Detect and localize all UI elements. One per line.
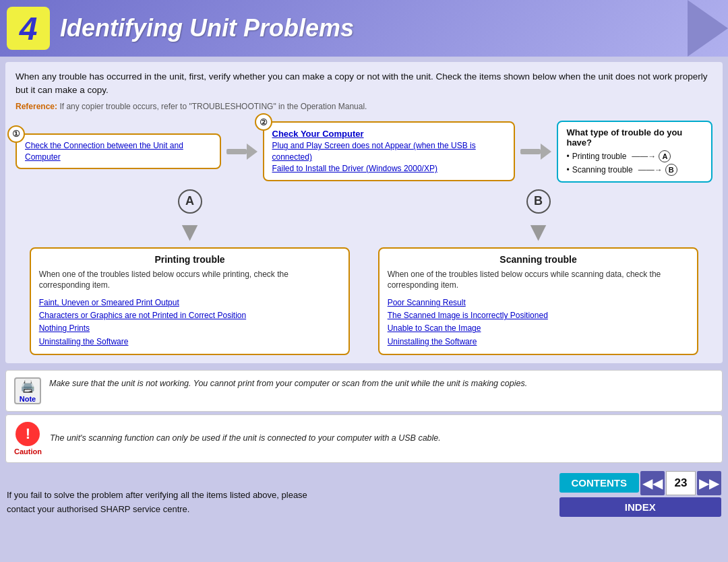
trouble-type-title: What type of trouble do you have? <box>566 127 703 148</box>
printing-link-3[interactable]: Nothing Prints <box>39 322 341 335</box>
note-label: Note <box>20 395 36 403</box>
scanning-link-3[interactable]: Unable to Scan the Image <box>388 322 690 335</box>
step2-number: ② <box>255 113 272 131</box>
header-arrow-decoration <box>688 0 728 57</box>
arrow1 <box>226 144 257 160</box>
letter-b-circle: B <box>526 189 551 214</box>
intro-paragraph: When any trouble has occurred in the uni… <box>16 70 712 98</box>
step1-number: ① <box>7 125 25 143</box>
caution-icon: ! <box>16 422 40 446</box>
scanning-link-2[interactable]: The Scanned Image is Incorrectly Positio… <box>388 309 690 322</box>
step2-link1[interactable]: Plug and Play Screen does not Appear (wh… <box>272 140 506 163</box>
step2-box: ② Check Your Computer Plug and Play Scre… <box>263 121 516 181</box>
page-number: 23 <box>666 471 696 495</box>
letter-a-circle: A <box>178 189 202 214</box>
trouble-type-box: What type of trouble do you have? • Prin… <box>557 121 712 183</box>
circle-a: A <box>659 150 671 162</box>
b-label-row: B <box>526 189 551 216</box>
reference-label: Reference: <box>16 102 57 111</box>
ab-section: A ▼ Printing trouble When one of the tro… <box>16 189 712 355</box>
nav-row-contents: CONTENTS ◀◀ 23 ▶▶ <box>559 471 722 495</box>
printing-label: Printing trouble <box>572 152 627 161</box>
caution-icon-wrapper: ! Caution <box>14 422 42 456</box>
nav-row-index: INDEX <box>559 497 722 517</box>
footer-text: If you fail to solve the problem after v… <box>7 489 307 517</box>
reference-paragraph: Reference: If any copier trouble occurs,… <box>16 102 712 111</box>
nav-next-button[interactable]: ▶▶ <box>697 471 721 495</box>
scanning-section: B ▼ Scanning trouble When one of the tro… <box>364 189 712 355</box>
printing-link-4[interactable]: Uninstalling the Software <box>39 336 341 348</box>
printing-title: Printing trouble <box>39 254 341 265</box>
caution-text: The unit's scanning function can only be… <box>50 432 441 445</box>
scanning-box: Scanning trouble When one of the trouble… <box>378 247 699 355</box>
step2-title-link[interactable]: Check Your Computer <box>272 128 506 140</box>
page-header: 4 Identifying Unit Problems <box>0 0 728 57</box>
main-content: When any trouble has occurred in the uni… <box>5 62 723 363</box>
printing-link-2[interactable]: Characters or Graphics are not Printed i… <box>39 309 341 322</box>
down-arrow-b: ▼ <box>525 218 552 245</box>
contents-button[interactable]: CONTENTS <box>559 473 640 493</box>
scanning-label: Scanning trouble <box>572 165 633 175</box>
step1-box: ① Check the Connection between the Unit … <box>16 133 221 170</box>
scanning-desc: When one of the troubles listed below oc… <box>388 269 690 292</box>
note-text: Make sure that the unit is not working. … <box>49 377 527 390</box>
nav-prev-button[interactable]: ◀◀ <box>640 471 665 495</box>
arrow2 <box>520 144 551 160</box>
printing-section: A ▼ Printing trouble When one of the tro… <box>16 189 364 355</box>
caution-box: ! Caution The unit's scanning function c… <box>5 414 723 463</box>
printing-link-1[interactable]: Faint, Uneven or Smeared Print Output <box>39 296 341 309</box>
note-box: 🖨️ Note Make sure that the unit is not w… <box>5 370 723 412</box>
a-label-row: A <box>178 189 202 216</box>
reference-body: If any copier trouble occurs, refer to "… <box>59 102 367 111</box>
page-footer: If you fail to solve the problem after v… <box>0 466 728 521</box>
bullet2: • <box>566 165 569 175</box>
footer-navigation: CONTENTS ◀◀ 23 ▶▶ INDEX <box>559 471 722 517</box>
flow-diagram: ① Check the Connection between the Unit … <box>16 121 712 183</box>
step1-link[interactable]: Check the Connection between the Unit an… <box>25 140 212 163</box>
printing-desc: When one of the troubles listed below oc… <box>39 269 341 292</box>
note-icon-wrapper: 🖨️ Note <box>14 377 41 404</box>
bullet1: • <box>566 152 569 161</box>
scanning-link-1[interactable]: Poor Scanning Result <box>388 296 690 309</box>
page-title: Identifying Unit Problems <box>60 14 354 42</box>
circle-b: B <box>665 164 677 176</box>
scanning-link-4[interactable]: Uninstalling the Software <box>388 336 690 348</box>
step2-link2[interactable]: Failed to Install the Driver (Windows 20… <box>272 163 506 175</box>
printing-box: Printing trouble When one of the trouble… <box>30 247 351 355</box>
scanning-trouble-item: • Scanning trouble ——→ B <box>566 164 703 176</box>
scanning-title: Scanning trouble <box>388 254 690 265</box>
down-arrow-a: ▼ <box>177 218 204 245</box>
printing-trouble-item: • Printing trouble ——→ A <box>566 150 703 162</box>
note-icon: 🖨️ <box>20 379 35 394</box>
footer-line2: contact your authorised SHARP service ce… <box>7 503 307 517</box>
caution-label: Caution <box>14 447 42 456</box>
footer-line1: If you fail to solve the problem after v… <box>7 489 307 503</box>
chapter-number: 4 <box>7 7 50 50</box>
index-button[interactable]: INDEX <box>559 497 722 517</box>
arrow-a: ——→ <box>632 152 656 161</box>
arrow-b: ——→ <box>638 165 663 175</box>
